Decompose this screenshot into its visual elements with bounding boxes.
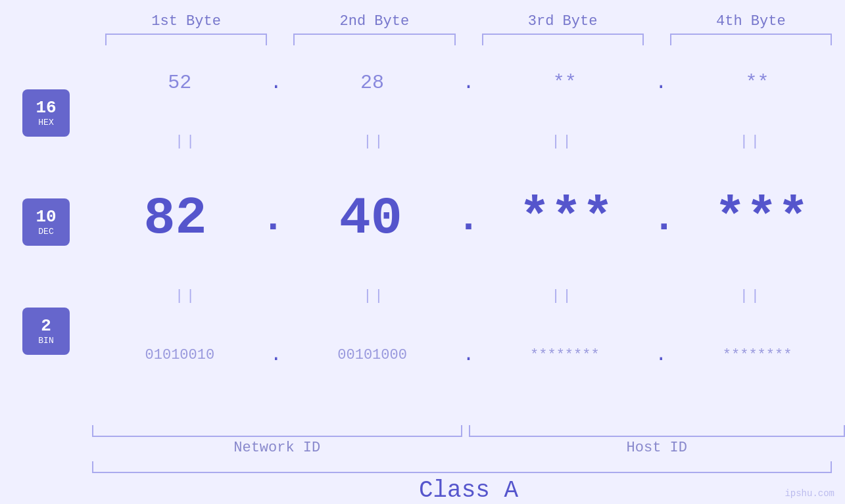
- sep-row-2: || || || ||: [92, 288, 845, 304]
- byte4-header: 4th Byte: [657, 7, 845, 34]
- dec-badge-num: 10: [36, 208, 56, 227]
- dec-b3-value: ***: [519, 189, 614, 248]
- bin-badge: 2 BIN: [22, 308, 70, 355]
- hex-b2-cell: 28: [285, 72, 460, 94]
- sep1-b2: ||: [363, 133, 385, 150]
- dec-badge-label: DEC: [38, 227, 53, 237]
- sep-row-1: || || || ||: [92, 133, 845, 150]
- sep2-b3: ||: [551, 288, 573, 304]
- data-columns: 52 . 28 . ** . ** || || || ||: [92, 52, 845, 425]
- main-area: 16 HEX 10 DEC 2 BIN 52 . 28: [0, 52, 845, 425]
- dot-hex-3: .: [652, 72, 669, 94]
- sep2-b2: ||: [363, 288, 385, 304]
- dot-dec-2: .: [454, 196, 483, 241]
- hex-badge: 16 HEX: [22, 89, 70, 137]
- sep2-b4: ||: [740, 288, 762, 304]
- hex-b4-cell: **: [669, 72, 845, 94]
- hex-badge-label: HEX: [38, 118, 53, 127]
- byte3-header: 3rd Byte: [469, 7, 657, 34]
- host-bracket: [469, 425, 846, 437]
- watermark: ipshu.com: [785, 488, 834, 499]
- sep2-b1: ||: [175, 288, 197, 304]
- dot-bin-3: .: [652, 344, 669, 366]
- bin-b4-value: ********: [723, 347, 792, 363]
- bin-row: 01010010 . 00101000 . ******** . *******…: [92, 344, 845, 366]
- bracket-byte4: [670, 34, 832, 45]
- bracket-byte2: [293, 34, 455, 45]
- dec-b1-cell: 82: [92, 189, 258, 248]
- bracket-byte3: [482, 34, 644, 45]
- byte2-header: 2nd Byte: [280, 7, 468, 34]
- dec-badge: 10 DEC: [22, 198, 70, 246]
- id-labels: Network ID Host ID: [92, 440, 845, 456]
- host-id-label: Host ID: [469, 440, 846, 456]
- big-bracket-wrap: [92, 461, 832, 473]
- hex-b2-value: 28: [360, 72, 384, 94]
- bracket-byte1: [105, 34, 267, 45]
- main-container: 1st Byte 2nd Byte 3rd Byte 4th Byte 16 H…: [0, 0, 845, 504]
- class-label: Class A: [92, 477, 845, 504]
- dot-bin-2: .: [460, 344, 477, 366]
- bin-b3-cell: ********: [477, 347, 653, 363]
- byte1-header: 1st Byte: [92, 7, 280, 34]
- hex-badge-num: 16: [36, 99, 56, 118]
- bin-b1-value: 01010010: [145, 347, 215, 363]
- dec-b4-cell: ***: [679, 189, 845, 248]
- dec-b2-cell: 40: [287, 189, 454, 248]
- bin-badge-label: BIN: [38, 336, 53, 346]
- sep1-b3: ||: [551, 133, 573, 150]
- dec-b1-value: 82: [144, 189, 207, 248]
- hex-b3-cell: **: [477, 72, 653, 94]
- hex-b3-value: **: [553, 72, 577, 94]
- sep1-b4: ||: [740, 133, 762, 150]
- top-brackets: [0, 34, 845, 45]
- dot-hex-1: .: [268, 72, 285, 94]
- hex-b4-value: **: [746, 72, 769, 94]
- network-bracket: [92, 425, 462, 437]
- hex-row: 52 . 28 . ** . **: [92, 72, 845, 94]
- bin-b4-cell: ********: [669, 347, 845, 363]
- bin-b2-cell: 00101000: [285, 347, 460, 363]
- dot-dec-3: .: [650, 196, 679, 241]
- badge-column: 16 HEX 10 DEC 2 BIN: [0, 52, 92, 425]
- dec-b3-cell: ***: [483, 189, 650, 248]
- hex-b1-value: 52: [168, 72, 191, 94]
- dec-row: 82 . 40 . *** . ***: [92, 189, 845, 248]
- sep1-b1: ||: [175, 133, 197, 150]
- bin-b3-value: ********: [530, 347, 600, 363]
- bin-badge-num: 2: [41, 317, 51, 336]
- dot-bin-1: .: [268, 344, 285, 366]
- dec-b4-value: ***: [714, 189, 809, 248]
- hex-b1-cell: 52: [92, 72, 268, 94]
- bottom-section: Network ID Host ID Class A: [0, 425, 845, 504]
- big-bracket: [92, 461, 832, 473]
- dec-b2-value: 40: [339, 189, 402, 248]
- bin-b1-cell: 01010010: [92, 347, 268, 363]
- network-id-label: Network ID: [92, 440, 462, 456]
- byte-headers: 1st Byte 2nd Byte 3rd Byte 4th Byte: [0, 7, 845, 34]
- dot-hex-2: .: [460, 72, 477, 94]
- bin-b2-value: 00101000: [337, 347, 407, 363]
- id-brackets: [92, 425, 845, 437]
- dot-dec-1: .: [258, 196, 287, 241]
